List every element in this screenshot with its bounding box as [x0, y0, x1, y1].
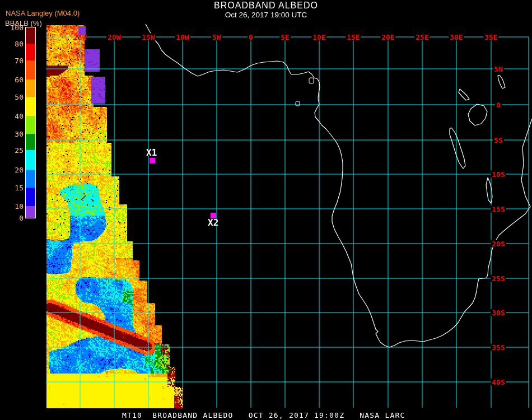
lat-label-5N: 5N	[493, 66, 504, 73]
lake-outline-2	[459, 89, 469, 100]
lat-label-20S: 20S	[491, 240, 506, 248]
colorbar-tick: 60	[0, 76, 24, 83]
colorbar-band-80-100	[26, 27, 35, 44]
lon-label-10E: 10E	[311, 34, 326, 41]
marker-square-x1	[150, 158, 155, 164]
colorbar	[25, 27, 36, 218]
lat-label-15S: 15S	[491, 206, 506, 213]
colorbar-tick: 25	[0, 147, 24, 154]
footer-status-bar: MT10 BROADBAND ALBEDO OCT 26, 2017 19:00…	[122, 411, 405, 419]
lat-label-30S: 30S	[491, 309, 506, 316]
lon-label-20W: 20W	[106, 34, 122, 41]
lon-label-15W: 15W	[141, 34, 156, 41]
lat-label-35S: 35S	[491, 344, 506, 351]
lake-outline-1	[450, 128, 465, 169]
colorbar-tick: 70	[0, 57, 24, 64]
colorbar-tick: 20	[0, 166, 24, 174]
lat-label-40S: 40S	[491, 379, 506, 386]
island-outline-1	[296, 101, 300, 106]
lon-label-35E: 35E	[483, 34, 498, 41]
lon-label-30E: 30E	[449, 34, 464, 41]
colorbar-band-50-60	[26, 80, 35, 97]
lat-label-0: 0	[495, 101, 502, 109]
lon-label-25E: 25E	[414, 34, 430, 41]
colorbar-band-15-20	[26, 170, 35, 188]
lake-outline-3	[498, 75, 505, 88]
africa-coastline	[146, 24, 532, 347]
colorbar-band-10-15	[26, 188, 35, 206]
colorbar-band-30-40	[26, 116, 35, 134]
page-title: BROADBAND ALBEDO	[0, 1, 532, 11]
colorbar-tick: 80	[0, 40, 24, 48]
colorbar-band-20-25	[26, 150, 35, 170]
colorbar-tick: 50	[0, 94, 24, 101]
colorbar-tick: 10	[0, 203, 24, 210]
lon-label-20E: 20E	[380, 34, 395, 41]
lake-outline-0	[468, 104, 487, 125]
lat-label-10S: 10S	[491, 171, 506, 178]
lat-label-5S: 5S	[493, 137, 504, 144]
lon-label-15E: 15E	[346, 34, 361, 41]
colorbar-band-25-30	[26, 134, 35, 150]
colorbar-band-40-50	[26, 97, 35, 116]
lon-label-25W: 25W	[72, 34, 87, 41]
lat-label-25S: 25S	[491, 275, 506, 282]
colorbar-band-70-80	[26, 44, 35, 60]
island-outline-0	[309, 78, 314, 83]
marker-label-x2: X2	[208, 218, 218, 227]
albedo-map-product: BROADBAND ALBEDO Oct 26, 2017 19:00 UTC …	[0, 0, 532, 420]
colorbar-tick: 0	[0, 214, 24, 222]
map-overlay	[0, 0, 532, 420]
source-label: NASA Langley (M04.0)	[6, 9, 80, 17]
colorbar-tick: 40	[0, 113, 24, 120]
marker-label-x1: X1	[146, 148, 157, 157]
colorbar-band-0-10	[26, 206, 35, 218]
lon-label-10W: 10W	[175, 34, 190, 41]
colorbar-band-60-70	[26, 60, 35, 80]
colorbar-tick: 30	[0, 130, 24, 138]
lon-label-5W: 5W	[211, 34, 222, 41]
colorbar-tick: 15	[0, 184, 24, 192]
lon-label-5E: 5E	[279, 34, 291, 41]
page-subtitle: Oct 26, 2017 19:00 UTC	[0, 11, 532, 19]
colorbar-title: BBALB (%)	[5, 19, 42, 27]
lon-label-0: 0	[248, 34, 254, 41]
